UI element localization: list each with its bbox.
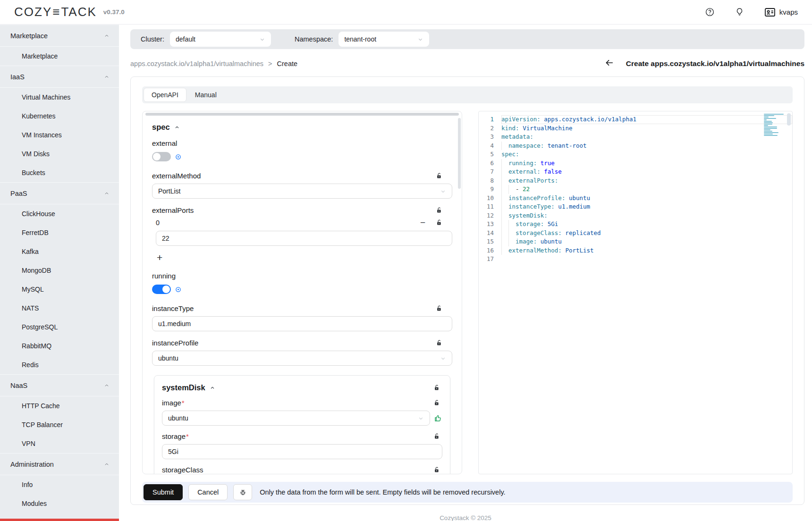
logo-glyph-icon: ≡ [52,5,60,19]
horizontal-scrollbar[interactable] [145,113,459,116]
sidebar-item-vm-disks[interactable]: VM Disks [0,144,119,163]
code-text [501,255,792,264]
tab-openapi[interactable]: OpenAPI [144,88,186,102]
code-line-17[interactable]: 17 [479,255,792,264]
chevron-up-icon [104,383,110,388]
unlock-icon[interactable] [433,399,440,406]
sidebar-item-nats[interactable]: NATS [0,299,119,318]
code-line-14[interactable]: 14storageClass: replicated [479,229,792,238]
collapse-chevron-icon [174,125,180,130]
default-value-icon[interactable] [175,286,181,293]
back-arrow-icon[interactable] [604,58,615,70]
spec-label: spec [152,123,170,132]
sidebar-item-ferretdb[interactable]: FerretDB [0,223,119,242]
sidebar-item-kafka[interactable]: Kafka [0,242,119,261]
image-select[interactable]: ubuntu [162,411,430,426]
editor-scrollbar[interactable] [787,113,791,126]
unlock-icon[interactable] [433,466,440,473]
code-text: spec: [501,150,792,159]
storage-input[interactable] [162,444,442,459]
code-line-7[interactable]: 7external: false [479,168,792,176]
sidebar-item-marketplace[interactable]: Marketplace [0,47,119,66]
code-line-10[interactable]: 10instanceProfile: ubuntu [479,194,792,203]
sidebar-group-naas[interactable]: NaaS [0,375,119,396]
sidebar-group-paas[interactable]: PaaS [0,183,119,204]
code-line-1[interactable]: 1apiVersion: apps.cozystack.io/v1alpha1 [479,115,792,124]
code-text: storage: 5Gi [501,220,792,229]
unlock-icon[interactable] [436,172,443,179]
sidebar-item-kubernetes[interactable]: Kubernetes [0,107,119,126]
unlock-icon[interactable] [436,219,443,226]
code-line-11[interactable]: 11instanceType: u1.medium [479,202,792,211]
code-line-16[interactable]: 16externalMethod: PortList [479,246,792,255]
sidebar-item-vpn[interactable]: VPN [0,434,119,453]
theme-lightbulb-icon[interactable] [735,7,744,17]
code-text: external: false [501,168,792,176]
cancel-button[interactable]: Cancel [188,484,228,500]
spec-section-header[interactable]: spec [152,123,452,132]
code-line-2[interactable]: 2kind: VirtualMachine [479,124,792,133]
sidebar-group-iaas[interactable]: IaaS [0,66,119,88]
code-line-15[interactable]: 15image: ubuntu [479,237,792,246]
cluster-select[interactable]: default [170,32,271,47]
bug-icon [239,488,247,496]
systemDisk-section-header[interactable]: systemDisk [162,383,215,392]
sidebar-item-postgresql[interactable]: PostgreSQL [0,318,119,336]
code-line-13[interactable]: 13storage: 5Gi [479,220,792,229]
line-number: 12 [479,211,501,220]
sidebar-item-clickhouse[interactable]: ClickHouse [0,204,119,223]
unlock-icon[interactable] [433,384,440,391]
externalMethod-select[interactable]: PortList [152,184,452,199]
thumbs-up-icon[interactable] [434,414,442,422]
remove-port-button[interactable]: − [420,218,425,227]
default-value-icon[interactable] [175,154,181,160]
page-title: Create apps.cozystack.io/v1alpha1/virtua… [626,59,804,68]
external-toggle[interactable] [152,152,171,161]
code-line-5[interactable]: 5spec: [479,150,792,159]
sidebar-item-mongodb[interactable]: MongoDB [0,261,119,280]
help-icon[interactable] [705,7,715,17]
user-menu[interactable]: kvaps [764,8,798,17]
code-line-4[interactable]: 4namespace: tenant-root [479,142,792,151]
required-asterisk: * [182,399,185,407]
sidebar-item-modules[interactable]: Modules [0,494,119,513]
namespace-select[interactable]: tenant-root [338,32,429,47]
debug-button[interactable] [233,484,252,500]
line-number: 1 [479,115,501,124]
sidebar-item-vm-instances[interactable]: VM Instances [0,126,119,144]
sidebar-item-rabbitmq[interactable]: RabbitMQ [0,336,119,355]
sidebar-item-http-cache[interactable]: HTTP Cache [0,396,119,415]
sidebar-item-mysql[interactable]: MySQL [0,280,119,299]
vertical-scrollbar[interactable] [458,118,461,189]
namespace-label: Namespace: [295,35,333,43]
instanceProfile-select[interactable]: ubuntu [152,351,452,366]
sidebar-item-tcp-balancer[interactable]: TCP Balancer [0,415,119,434]
running-toggle[interactable] [152,285,171,294]
submit-button[interactable]: Submit [144,484,183,500]
unlock-icon[interactable] [436,207,443,214]
code-line-3[interactable]: 3metadata: [479,133,792,142]
editor-minimap[interactable] [764,114,785,138]
sidebar-item-buckets[interactable]: Buckets [0,163,119,182]
tab-manual[interactable]: Manual [187,88,224,101]
instanceType-input[interactable] [152,316,452,331]
code-line-12[interactable]: 12systemDisk: [479,211,792,220]
sidebar-item-info[interactable]: Info [0,475,119,494]
add-port-button[interactable]: + [157,252,166,262]
logo-text-2: TACK [61,5,96,19]
sidebar-group-administration[interactable]: Administration [0,454,119,475]
breadcrumb-path[interactable]: apps.cozystack.io/v1alpha1/virtualmachin… [130,60,263,67]
unlock-icon[interactable] [436,305,443,312]
code-line-6[interactable]: 6running: true [479,159,792,168]
sidebar-item-redis[interactable]: Redis [0,355,119,374]
code-line-9[interactable]: 9- 22 [479,185,792,194]
code-line-8[interactable]: 8externalPorts: [479,176,792,185]
port-value-input[interactable] [156,231,452,246]
breadcrumb-current: Create [277,60,298,67]
sidebar-item-virtual-machines[interactable]: Virtual Machines [0,88,119,107]
breadcrumb-separator: > [268,60,272,67]
unlock-icon[interactable] [436,339,443,346]
unlock-icon[interactable] [433,433,440,440]
sidebar-group-marketplace[interactable]: Marketplace [0,25,119,47]
yaml-editor[interactable]: 1apiVersion: apps.cozystack.io/v1alpha12… [478,111,793,474]
